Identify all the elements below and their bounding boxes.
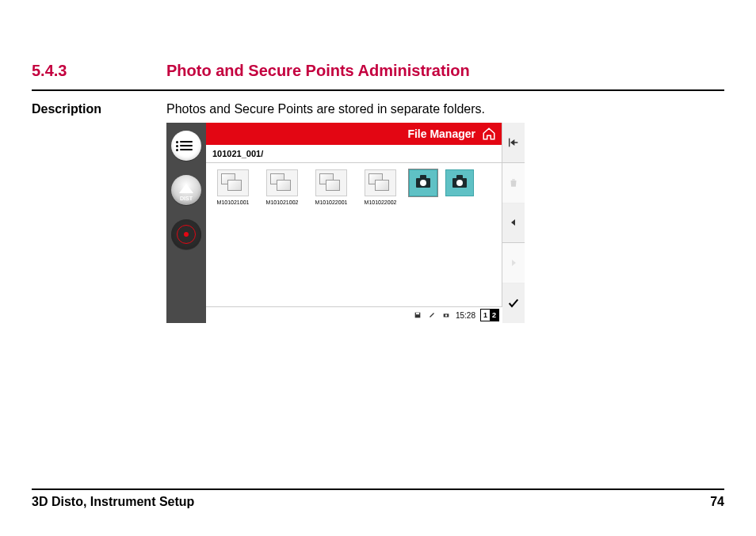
heading-rule — [32, 89, 724, 91]
prev-button[interactable] — [502, 203, 525, 244]
camera-icon — [441, 311, 451, 319]
description-row: Description Photos and Secure Points are… — [32, 102, 724, 116]
svg-rect-2 — [416, 313, 419, 314]
file-label: M101021002 — [266, 200, 299, 205]
footer-rule — [32, 488, 724, 490]
file-manager-screenshot: DIST File Manager 101021_001/ M101021001 — [166, 123, 525, 323]
file-item[interactable]: M101021002 — [260, 169, 304, 205]
left-toolbar: DIST — [166, 123, 206, 323]
header-title: File Manager — [407, 127, 475, 140]
measurement-file-icon — [315, 169, 347, 196]
page-a: 1 — [481, 310, 490, 321]
footer-page-number: 74 — [710, 495, 724, 509]
check-icon — [507, 297, 520, 310]
file-manager-header: File Manager — [206, 123, 502, 145]
right-toolbar — [502, 123, 525, 323]
secure-points-folder[interactable] — [444, 169, 475, 196]
svg-point-4 — [445, 314, 448, 317]
path-bar: 101021_001/ — [206, 145, 502, 163]
dist-label: DIST — [180, 196, 193, 201]
menu-button[interactable] — [171, 131, 201, 161]
file-manager-main: File Manager 101021_001/ M101021001 M101… — [206, 123, 502, 307]
file-label: M101022002 — [365, 200, 397, 205]
footer-title: 3D Disto, Instrument Setup — [32, 495, 194, 509]
target-button[interactable] — [171, 219, 201, 249]
section-title: Photo and Secure Points Administration — [166, 62, 470, 80]
link-icon — [427, 311, 437, 319]
back-arrow-icon — [507, 136, 520, 149]
photo-folder[interactable] — [407, 169, 439, 196]
description-text: Photos and Secure Points are stored in s… — [166, 102, 485, 116]
target-icon — [177, 225, 196, 244]
file-item[interactable]: M101022001 — [309, 169, 353, 205]
status-bar: 15:28 1 2 — [206, 306, 502, 323]
next-button-disabled — [502, 243, 525, 283]
section-number: 5.4.3 — [32, 62, 166, 80]
file-item[interactable]: M101021001 — [211, 169, 255, 205]
camera-icon — [445, 169, 474, 196]
svg-rect-0 — [509, 139, 510, 147]
page-footer: 3D Disto, Instrument Setup 74 — [32, 495, 724, 509]
file-label: M101021001 — [217, 200, 250, 205]
dist-button[interactable]: DIST — [171, 175, 201, 205]
trash-icon — [508, 177, 519, 188]
file-label: M101022001 — [315, 200, 348, 205]
status-time: 15:28 — [456, 311, 475, 320]
list-icon — [180, 141, 193, 150]
description-label: Description — [32, 102, 166, 116]
measurement-file-icon — [266, 169, 298, 196]
confirm-button[interactable] — [502, 283, 525, 323]
section-heading: 5.4.3 Photo and Secure Points Administra… — [32, 62, 724, 80]
page-indicator[interactable]: 1 2 — [480, 309, 499, 321]
page-b: 2 — [490, 310, 498, 321]
file-item[interactable]: M101022002 — [358, 169, 403, 205]
triangle-left-icon — [509, 218, 518, 227]
file-list: M101021001 M101021002 M101022001 M101022… — [206, 163, 502, 307]
measurement-file-icon — [217, 169, 249, 196]
triangle-right-icon — [509, 258, 518, 268]
home-icon[interactable] — [482, 127, 496, 141]
save-icon — [413, 311, 422, 319]
measurement-file-icon — [365, 169, 396, 196]
arrow-up-icon — [179, 184, 193, 193]
current-path: 101021_001/ — [212, 149, 263, 158]
back-button[interactable] — [502, 123, 525, 163]
camera-icon — [409, 169, 437, 196]
delete-button-disabled — [502, 163, 525, 203]
